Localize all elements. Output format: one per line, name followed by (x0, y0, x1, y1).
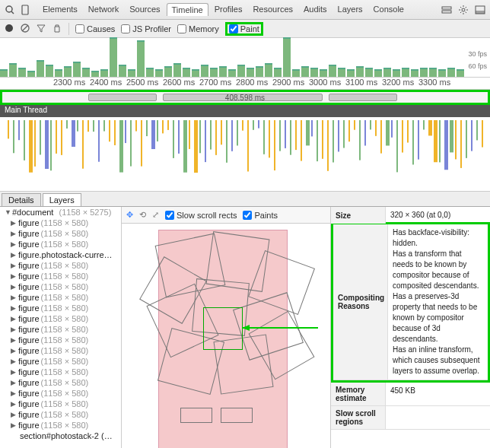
svg-rect-36 (141, 120, 142, 167)
jsprofiler-checkbox[interactable]: JS Profiler (121, 24, 171, 33)
svg-point-5 (462, 8, 465, 11)
svg-rect-100 (482, 120, 483, 148)
svg-rect-82 (386, 120, 390, 145)
prop-mem-val: 450 KB (386, 383, 490, 405)
tab-sources[interactable]: Sources (125, 3, 164, 16)
tree-item[interactable]: ▶figure (1158 × 580) (0, 335, 121, 345)
svg-line-1 (11, 11, 14, 14)
device-icon[interactable] (20, 5, 30, 15)
tab-resources[interactable]: Resources (248, 3, 298, 16)
svg-rect-93 (444, 120, 448, 170)
svg-rect-12 (13, 120, 14, 153)
svg-rect-79 (370, 120, 371, 129)
pan-icon[interactable]: ⟲ (139, 210, 146, 220)
svg-rect-53 (231, 120, 233, 151)
overview-minimap[interactable]: 408.598 ms (0, 90, 490, 105)
svg-point-0 (6, 6, 12, 12)
svg-rect-14 (24, 120, 25, 160)
tree-item[interactable]: ▶figure (1158 × 580) (0, 292, 121, 303)
svg-rect-72 (332, 120, 334, 163)
svg-rect-71 (327, 120, 329, 171)
inspect-icon[interactable] (5, 5, 15, 15)
prop-size-val: 320 × 360 (at 0,0) (386, 207, 490, 224)
details-tab[interactable]: Details (2, 193, 41, 206)
drawer-icon[interactable] (441, 5, 452, 15)
svg-rect-85 (402, 120, 403, 153)
tree-item[interactable]: ▶figure (1158 × 580) (0, 281, 121, 292)
tab-timeline[interactable]: Timeline (167, 3, 208, 16)
svg-rect-21 (61, 120, 62, 155)
gear-icon[interactable] (458, 5, 469, 15)
filter-icon[interactable] (37, 24, 46, 33)
tree-item[interactable]: ▶figure (1158 × 580) (0, 377, 121, 388)
svg-rect-57 (253, 120, 254, 130)
tree-item[interactable]: ▶figure (1158 × 580) (0, 260, 121, 271)
svg-rect-48 (205, 120, 206, 162)
tree-item[interactable]: ▶figure (1158 × 580) (0, 271, 121, 281)
gc-icon[interactable] (52, 24, 62, 33)
svg-rect-75 (348, 120, 350, 141)
move-icon[interactable]: ✥ (126, 210, 133, 220)
tree-item[interactable]: ▶figure (1158 × 580) (0, 420, 121, 431)
memory-checkbox[interactable]: Memory (177, 24, 219, 33)
layer-tree[interactable]: ▼#document (1158 × 5275) ▶figure (1158 ×… (0, 207, 122, 448)
tab-network[interactable]: Network (84, 3, 123, 16)
svg-rect-37 (146, 120, 148, 136)
svg-rect-13 (18, 120, 20, 140)
tree-item[interactable]: ▶figure (1158 × 580) (0, 218, 121, 228)
svg-rect-83 (391, 120, 393, 138)
dock-icon[interactable] (475, 5, 485, 15)
tree-item[interactable]: ▶figure.photostack-curre… (0, 249, 121, 260)
tab-audits[interactable]: Audits (299, 3, 332, 16)
causes-checkbox[interactable]: Causes (75, 24, 115, 33)
tree-item[interactable]: ▶figure (1158 × 580) (0, 345, 121, 356)
svg-rect-58 (258, 120, 259, 129)
svg-rect-95 (455, 120, 457, 159)
record-icon[interactable] (5, 24, 14, 33)
svg-rect-96 (460, 120, 462, 168)
svg-rect-20 (56, 120, 57, 154)
layers-tab[interactable]: Layers (43, 193, 81, 206)
tree-item[interactable]: ▶figure (1158 × 580) (0, 228, 121, 239)
tree-item[interactable]: ▶figure (1158 × 580) (0, 367, 121, 377)
detail-tabs: Details Layers (0, 192, 490, 207)
tree-item[interactable]: ▶figure (1158 × 580) (0, 313, 121, 324)
svg-rect-67 (306, 120, 310, 145)
tree-item[interactable]: ▶figure (1158 × 580) (0, 356, 121, 367)
prop-size-key: Size (331, 207, 386, 224)
svg-rect-77 (359, 120, 361, 160)
svg-rect-81 (380, 120, 382, 154)
tab-console[interactable]: Console (369, 3, 409, 16)
paints-checkbox[interactable]: Paints (243, 211, 278, 220)
main-thread-header: Main Thread (0, 105, 490, 117)
svg-rect-4 (442, 11, 451, 13)
tree-item[interactable]: ▶figure (1158 × 580) (0, 239, 121, 249)
svg-rect-46 (194, 120, 198, 173)
svg-rect-44 (183, 120, 187, 173)
svg-rect-42 (173, 120, 174, 158)
tab-layers[interactable]: Layers (333, 3, 368, 16)
svg-rect-69 (317, 120, 318, 161)
svg-rect-86 (407, 120, 409, 143)
svg-rect-47 (199, 120, 201, 153)
tree-item[interactable]: ▶figure (1158 × 580) (0, 324, 121, 335)
tree-item[interactable]: ▶figure (1158 × 580) (0, 388, 121, 399)
paint-checkbox[interactable]: Paint (229, 24, 259, 33)
tree-item[interactable]: ▶figure (1158 × 580) (0, 303, 121, 313)
tab-elements[interactable]: Elements (38, 3, 82, 16)
fps-overview[interactable]: 30 fps 60 fps (0, 38, 490, 78)
svg-rect-38 (151, 120, 155, 149)
svg-rect-55 (242, 120, 243, 131)
slow-rects-checkbox[interactable]: Slow scroll rects (165, 211, 237, 220)
clear-icon[interactable] (21, 24, 30, 33)
tree-item[interactable]: ▶figure (1158 × 580) (0, 409, 121, 420)
main-toolbar: Elements Network Sources Timeline Profil… (0, 0, 490, 20)
reset-icon[interactable]: ⤢ (152, 210, 159, 220)
svg-rect-56 (247, 120, 249, 171)
prop-ssr-val (386, 406, 490, 429)
layer-visualization[interactable] (122, 224, 330, 448)
svg-rect-84 (396, 120, 398, 172)
flame-chart[interactable] (0, 117, 490, 192)
tree-item[interactable]: ▶figure (1158 × 580) (0, 399, 121, 409)
tab-profiles[interactable]: Profiles (210, 3, 247, 16)
